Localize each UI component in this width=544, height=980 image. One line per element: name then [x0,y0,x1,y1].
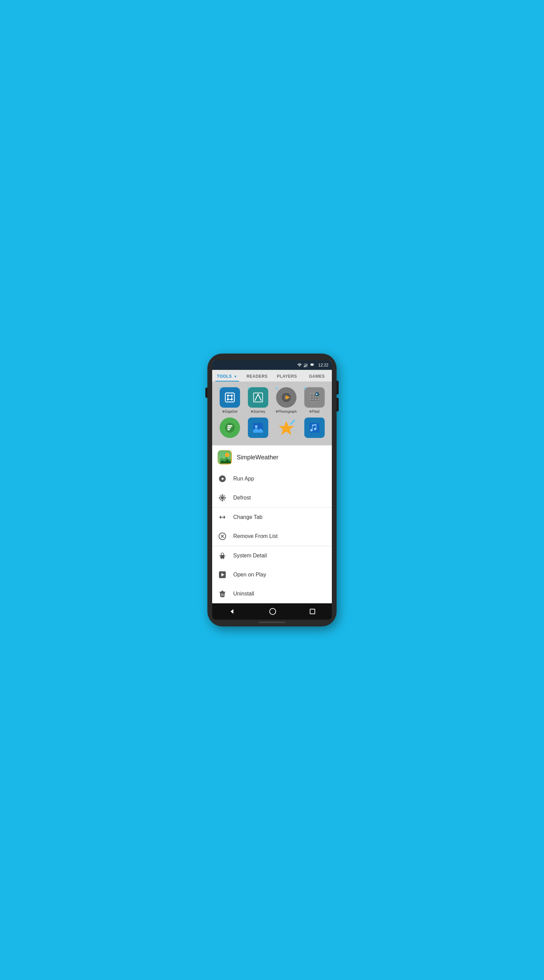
power-button[interactable] [205,388,208,398]
android-icon [217,551,227,560]
journey-svg [252,391,265,404]
uninstall-label: Uninstall [233,591,254,597]
svg-rect-6 [311,364,313,366]
menu-item-defrost[interactable]: Defrost [212,488,332,508]
svg-line-32 [290,419,295,424]
app-row2-4[interactable] [302,417,327,440]
bottom-bar [259,622,285,623]
remove-from-list-label: Remove From List [233,533,278,539]
app-row2-2-icon [248,417,268,438]
app-grid: ❄ ❄GigaGet [212,382,332,445]
app-plaid-label: ❄Plaid [309,410,319,414]
app-row2-4-icon [304,417,325,438]
menu-item-open-on-play[interactable]: Open on Play [212,565,332,584]
trash-icon [217,589,227,598]
frozen-badge-plaid: ❄ [304,387,306,390]
menu-item-remove-from-list[interactable]: Remove From List [212,527,332,546]
status-bar: 12:22 [212,360,332,370]
plaid-svg [308,391,321,404]
run-app-label: Run App [233,476,254,482]
frozen-badge: ❄ [219,387,222,390]
app-phonograph[interactable]: ❄ ❄Phonograph [274,387,298,414]
svg-marker-67 [230,609,233,614]
tab-arrow-icon: ▼ [234,375,237,379]
context-menu: SimpleWeather Run App [212,445,332,603]
change-tab-label: Change Tab [233,514,262,520]
tab-readers[interactable]: READERS [242,370,272,382]
app-plaid[interactable]: ❄ ❄Plaid [302,387,327,414]
context-menu-header: SimpleWeather [212,445,332,469]
tab-tools[interactable]: TOOLS ▼ [212,370,242,382]
defrost-icon [217,493,227,503]
phone-screen: 12:22 TOOLS ▼ READERS PLAYERS GAMES [212,360,332,620]
svg-rect-3 [307,364,308,367]
pushbullet-svg [224,422,236,434]
app-gigaget-label: ❄GigaGet [222,410,237,414]
app-phonograph-label: ❄Phonograph [275,410,297,414]
nav-recents-button[interactable] [310,609,315,614]
play-store-icon [217,570,227,579]
nav-bar [212,603,332,620]
svg-rect-0 [304,366,304,367]
svg-rect-7 [225,393,234,402]
svg-rect-26 [227,425,232,427]
app-phonograph-icon: ❄ [276,387,297,408]
tab-players[interactable]: PLAYERS [272,370,302,382]
nav-home-button[interactable] [269,608,276,615]
music-svg [308,422,320,434]
svg-rect-28 [227,429,230,430]
svg-rect-5 [314,364,314,365]
menu-item-run-app[interactable]: Run App [212,469,332,488]
svg-point-55 [221,554,222,554]
app-row2-3[interactable] [274,417,298,440]
defrost-label: Defrost [233,495,251,501]
svg-point-56 [223,554,224,554]
status-icons: 12:22 [297,363,328,368]
svg-point-30 [255,425,257,428]
svg-point-42 [221,497,224,499]
app-row2-1-icon [220,417,240,438]
svg-rect-2 [306,365,306,367]
phone-device: 12:22 TOOLS ▼ READERS PLAYERS GAMES [208,353,336,627]
remove-from-list-icon [217,531,227,541]
open-on-play-label: Open on Play [233,572,266,578]
tab-bar: TOOLS ▼ READERS PLAYERS GAMES [212,370,332,382]
wifi-icon [297,363,302,368]
app-journey-label: ❄Journey [251,410,266,414]
menu-item-system-detail[interactable]: System Detail [212,546,332,565]
run-app-icon [217,474,227,484]
context-app-icon [217,450,232,465]
battery-icon [309,363,316,367]
menu-item-uninstall[interactable]: Uninstall [212,584,332,603]
app-row2-3-icon [276,417,297,438]
app-row2-2[interactable] [246,417,270,440]
nav-home-circle [269,608,276,615]
nav-back-button[interactable] [229,608,236,615]
tab-games[interactable]: GAMES [302,370,332,382]
system-detail-label: System Detail [233,553,267,559]
app-plaid-icon: ❄ [304,387,325,408]
phonograph-svg [280,391,293,404]
app-journey[interactable]: ❄ ❄Journey [246,387,270,414]
svg-rect-27 [227,427,231,428]
menu-item-change-tab[interactable]: Change Tab [212,508,332,527]
svg-rect-63 [219,592,225,592]
svg-rect-1 [305,366,305,367]
app-journey-icon: ❄ [248,387,268,408]
volume-down-button[interactable] [336,398,339,411]
status-time: 12:22 [318,363,328,368]
star-svg [278,419,295,436]
wallpaper-svg [252,422,264,434]
svg-rect-64 [221,591,224,592]
frozen-badge-phonograph: ❄ [275,387,278,390]
app-row2-1[interactable] [217,417,242,440]
frozen-badge-journey: ❄ [247,387,250,390]
change-tab-icon [217,512,227,522]
context-app-name: SimpleWeather [236,454,278,461]
app-gigaget[interactable]: ❄ ❄GigaGet [217,387,242,414]
volume-up-button[interactable] [336,381,339,395]
app-gigaget-icon: ❄ [220,387,240,408]
simpleweather-icon-svg [219,451,231,463]
signal-icon [303,363,308,368]
gigaget-svg [224,391,236,404]
